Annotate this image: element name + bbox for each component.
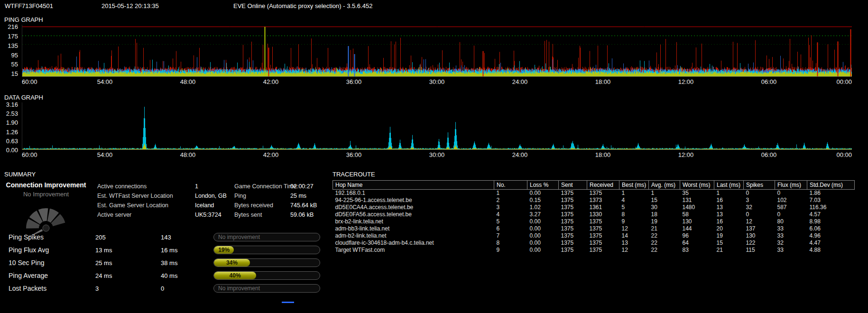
y-axis-label: 1.90 [6, 119, 18, 126]
column-header[interactable]: No. [494, 181, 527, 190]
y-axis-label: 135 [8, 42, 18, 49]
data-graph-x-axis: 60:0054:0048:0042:0036:0030:0024:0018:00… [22, 150, 852, 159]
traceroute-cell: 9 [619, 218, 649, 225]
info-value: Iceland [195, 202, 214, 209]
traceroute-cell: 8.98 [807, 218, 855, 225]
traceroute-cell: 35 [680, 190, 714, 197]
traceroute-row[interactable]: dD5E0FA56.access.telenet.be43.2713751330… [333, 211, 855, 218]
traceroute-cell: dD5E0CA4A.access.telenet.be [333, 204, 494, 211]
column-header[interactable]: Spikes [744, 181, 775, 190]
traceroute-cell: 1375 [559, 232, 587, 239]
traceroute-cell: 0.00 [527, 190, 559, 197]
stat-value-without-wtfast: 40 ms [161, 272, 177, 279]
traceroute-cell: 12 [619, 247, 649, 254]
traceroute-cell: 13 [714, 211, 744, 218]
traceroute-cell: 130 [680, 218, 714, 225]
summary-title: SUMMARY [4, 171, 36, 178]
connection-improvement-status: No Improvement [4, 191, 88, 198]
stat-label: Ping Average [9, 272, 48, 279]
ping-graph-y-axis: 216175135955515 [0, 25, 22, 77]
x-axis-label: 18:00 [595, 151, 611, 158]
x-axis-label: 30:00 [429, 151, 445, 158]
traceroute-row[interactable]: adm-bb3-link.telia.net60.001375137512211… [333, 225, 855, 232]
traceroute-row[interactable]: Target WTFast.com90.00137513751222832111… [333, 247, 855, 254]
traceroute-row[interactable]: cloudflare-ic-304618-adm-b4.c.telia.net8… [333, 239, 855, 247]
ping-graph: 216175135955515 [0, 25, 868, 77]
column-header[interactable]: Best (ms) [619, 181, 649, 190]
x-axis-label: 36:00 [346, 151, 362, 158]
traceroute-cell: 116.36 [807, 204, 855, 211]
traceroute-cell: 4.57 [807, 211, 855, 218]
improvement-bar-fill: 19% [214, 246, 234, 254]
traceroute-cell: 22 [649, 239, 680, 247]
traceroute-cell: 94-225-96-1.access.telenet.be [333, 197, 494, 204]
x-axis-label: 36:00 [346, 78, 362, 85]
column-header[interactable]: Hop Name [333, 181, 494, 190]
traceroute-row[interactable]: 94-225-96-1.access.telenet.be20.15137513… [333, 197, 855, 204]
traceroute-cell: 33 [775, 247, 807, 254]
traceroute-cell: 9 [494, 247, 527, 254]
traceroute-row[interactable]: adm-b2-link.telia.net70.0013751375142296… [333, 232, 855, 239]
stat-value-with-wtfast: 205 [95, 234, 106, 241]
traceroute-row[interactable]: dD5E0CA4A.access.telenet.be31.0213751361… [333, 204, 855, 211]
traceroute-cell: 1 [619, 190, 649, 197]
x-axis-label: 48:00 [180, 78, 196, 85]
column-header[interactable]: Sent [559, 181, 587, 190]
y-axis-label: 0.63 [6, 137, 18, 144]
column-header[interactable]: Received [587, 181, 619, 190]
traceroute-cell: 144 [680, 225, 714, 232]
summary-stat-row: Lost Packets30No improvement [0, 283, 332, 295]
column-header[interactable]: Avg. (ms) [649, 181, 680, 190]
traceroute-cell: 131 [680, 197, 714, 204]
traceroute-cell: 1375 [587, 225, 619, 232]
traceroute-cell: 32 [775, 239, 807, 247]
info-label: Active connections [97, 183, 195, 190]
traceroute-cell: 12 [619, 225, 649, 232]
traceroute-cell: 7.03 [807, 197, 855, 204]
stat-label: Ping Spikes [9, 233, 44, 241]
traceroute-cell: 1 [649, 190, 680, 197]
traceroute-cell: 3 [494, 204, 527, 211]
summary-stat-row: Ping Flux Avg13 ms16 ms19% [0, 244, 332, 257]
info-row: Est. WTFast Server LocationLondon, GB [97, 193, 227, 202]
column-header[interactable]: Worst (ms) [680, 181, 714, 190]
traceroute-cell: 1 [714, 190, 744, 197]
stat-value-without-wtfast: 16 ms [161, 247, 177, 254]
x-axis-label: 24:00 [512, 151, 528, 158]
info-row: Ping25 ms [234, 193, 317, 202]
y-axis-label: 2.53 [6, 110, 18, 117]
column-header[interactable]: Std.Dev (ms) [807, 181, 855, 190]
column-header[interactable]: Flux (ms) [775, 181, 807, 190]
info-row: Bytes sent59.06 kB [234, 212, 317, 221]
traceroute-cell: 1.86 [807, 190, 855, 197]
traceroute-cell: dD5E0FA56.access.telenet.be [333, 211, 494, 218]
traceroute-cell: 6.06 [807, 225, 855, 232]
traceroute-cell: adm-bb3-link.telia.net [333, 225, 494, 232]
column-header[interactable]: Loss % [527, 181, 559, 190]
traceroute-cell: 0 [775, 190, 807, 197]
y-axis-label: 55 [11, 61, 18, 68]
info-row: Active serverUK5:3724 [97, 212, 227, 221]
column-header[interactable]: Last (ms) [714, 181, 744, 190]
data-graph-canvas [22, 102, 852, 149]
data-graph-title: DATA GRAPH [0, 93, 868, 102]
improvement-bar-text: No improvement [214, 285, 320, 292]
traceroute-cell: 22 [649, 247, 680, 254]
stat-label: Ping Flux Avg [9, 246, 49, 254]
traceroute-cell: 3 [744, 197, 775, 204]
traceroute-cell: 1375 [559, 204, 587, 211]
traceroute-cell: 21 [714, 247, 744, 254]
info-value: 745.64 kB [290, 202, 317, 209]
traceroute-cell: 15 [649, 197, 680, 204]
traceroute-cell: 0 [744, 211, 775, 218]
y-axis-label: 95 [11, 51, 18, 58]
x-axis-label: 54:00 [97, 78, 113, 85]
traceroute-row[interactable]: 192.168.0.110.001375137511351001.86 [333, 190, 855, 197]
x-axis-label: 60:00 [22, 151, 37, 158]
info-label: Est. Game Server Location [97, 202, 195, 209]
traceroute-cell: 1361 [587, 204, 619, 211]
traceroute-row[interactable]: brx-b2-link.telia.net50.0013751375919130… [333, 218, 855, 225]
traceroute-cell: 1375 [559, 225, 587, 232]
traceroute-cell: 1375 [587, 218, 619, 225]
traceroute-cell: 12 [744, 218, 775, 225]
